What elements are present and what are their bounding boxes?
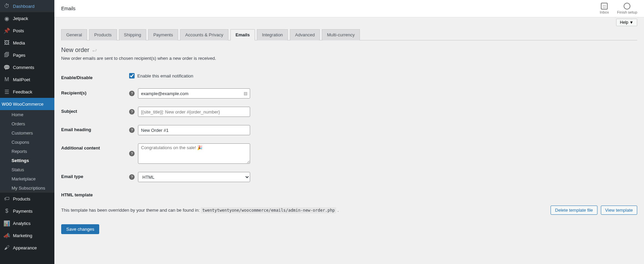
- submenu-item-orders[interactable]: Orders: [0, 119, 54, 128]
- help-tip-icon[interactable]: ?: [129, 174, 135, 180]
- sidebar-item-posts[interactable]: 📌Posts: [0, 24, 54, 37]
- sidebar-item-dashboard[interactable]: ⏱Dashboard: [0, 0, 54, 12]
- sidebar-item-label: MailPoet: [13, 77, 30, 82]
- email-type-select[interactable]: HTML: [138, 172, 250, 182]
- heading-label: Email heading: [61, 125, 129, 132]
- media-icon: 🖾: [3, 39, 10, 46]
- section-description: New order emails are sent to chosen reci…: [61, 56, 637, 61]
- tab-payments[interactable]: Payments: [148, 29, 178, 40]
- products-icon: 🏷: [3, 195, 10, 202]
- tab-multi-currency[interactable]: Multi-currency: [322, 29, 360, 40]
- additional-content-textarea[interactable]: [138, 143, 250, 164]
- inbox-icon: ◫: [601, 3, 608, 10]
- sidebar-item-label: Appearance: [13, 245, 37, 250]
- comments-icon: 💬: [3, 64, 10, 71]
- appearance-icon: 🖌: [3, 244, 10, 251]
- marketing-icon: 📣: [3, 232, 10, 239]
- sidebar-item-products[interactable]: 🏷Products: [0, 193, 54, 205]
- submenu-item-my-subscriptions[interactable]: My Subscriptions: [0, 183, 54, 193]
- sidebar-item-media[interactable]: 🖾Media: [0, 37, 54, 49]
- sidebar-item-marketing[interactable]: 📣Marketing: [0, 229, 54, 242]
- posts-icon: 📌: [3, 27, 10, 34]
- sidebar-item-label: Feedback: [13, 89, 32, 94]
- finish-setup-button[interactable]: Finish setup: [617, 3, 637, 14]
- delete-template-button[interactable]: Delete template file: [551, 206, 597, 215]
- enable-checkbox-label: Enable this email notification: [137, 73, 193, 78]
- sidebar-item-pages[interactable]: 🗐Pages: [0, 49, 54, 61]
- tab-general[interactable]: General: [61, 29, 87, 40]
- help-tip-icon[interactable]: ?: [129, 91, 135, 96]
- template-override-text: This template has been overridden by you…: [61, 208, 339, 213]
- subject-input[interactable]: [138, 107, 250, 117]
- additional-label: Additional content: [61, 143, 129, 151]
- heading-input[interactable]: [138, 125, 250, 135]
- admin-sidebar: ⏱Dashboard◉Jetpack📌Posts🖾Media🗐Pages💬Com…: [0, 0, 54, 264]
- settings-tabs: GeneralProductsShippingPaymentsAccounts …: [61, 29, 637, 40]
- sidebar-item-payments[interactable]: $Payments: [0, 205, 54, 217]
- back-icon[interactable]: ⮐: [92, 48, 97, 53]
- dashboard-icon: ⏱: [3, 3, 10, 10]
- sidebar-item-jetpack[interactable]: ◉Jetpack: [0, 12, 54, 24]
- save-button[interactable]: Save changes: [61, 224, 99, 234]
- template-path: twentytwentyone/woocommerce/emails/admin…: [201, 207, 336, 213]
- sidebar-item-label: Jetpack: [13, 16, 28, 21]
- help-toggle[interactable]: Help ▼: [616, 19, 637, 26]
- sidebar-item-label: WooCommerce: [13, 102, 43, 107]
- enable-label: Enable/Disable: [61, 73, 129, 80]
- sidebar-item-appearance[interactable]: 🖌Appearance: [0, 242, 54, 254]
- submenu-item-settings[interactable]: Settings: [0, 156, 54, 165]
- mailpoet-icon: M: [3, 76, 10, 83]
- feedback-icon: ☰: [3, 88, 10, 95]
- sidebar-item-label: Pages: [13, 53, 25, 58]
- sidebar-item-label: Media: [13, 40, 25, 46]
- template-heading: HTML template: [61, 190, 129, 197]
- submenu-item-reports[interactable]: Reports: [0, 147, 54, 156]
- sidebar-item-analytics[interactable]: 📊Analytics: [0, 217, 54, 229]
- jetpack-icon: ◉: [3, 15, 10, 22]
- submenu-item-coupons[interactable]: Coupons: [0, 138, 54, 147]
- sidebar-item-comments[interactable]: 💬Comments: [0, 61, 54, 73]
- submenu-item-status[interactable]: Status: [0, 165, 54, 174]
- submenu-item-customers[interactable]: Customers: [0, 128, 54, 138]
- help-tip-icon[interactable]: ?: [129, 109, 135, 115]
- tab-products[interactable]: Products: [89, 29, 117, 40]
- sidebar-item-mailpoet[interactable]: MMailPoet: [0, 73, 54, 86]
- sidebar-item-feedback[interactable]: ☰Feedback: [0, 86, 54, 98]
- subject-label: Subject: [61, 107, 129, 114]
- analytics-icon: 📊: [3, 220, 10, 227]
- help-tip-icon[interactable]: ?: [129, 127, 135, 133]
- sidebar-item-label: Products: [13, 196, 30, 201]
- sidebar-item-label: Posts: [13, 28, 24, 33]
- tab-accounts-privacy[interactable]: Accounts & Privacy: [180, 29, 228, 40]
- submenu-item-home[interactable]: Home: [0, 110, 54, 119]
- woocommerce-submenu: HomeOrdersCustomersCouponsReportsSetting…: [0, 110, 54, 193]
- enable-checkbox[interactable]: [129, 73, 135, 78]
- page-title: Emails: [61, 6, 75, 11]
- pages-icon: 🗐: [3, 52, 10, 58]
- tab-emails[interactable]: Emails: [230, 29, 255, 40]
- recipient-input[interactable]: [138, 88, 250, 99]
- tab-shipping[interactable]: Shipping: [119, 29, 146, 40]
- sidebar-item-label: Marketing: [13, 233, 32, 238]
- inbox-button[interactable]: ◫ Inbox: [600, 3, 609, 14]
- setup-progress-icon: [624, 3, 630, 10]
- tab-advanced[interactable]: Advanced: [290, 29, 320, 40]
- recipient-label: Recipient(s): [61, 88, 129, 95]
- sidebar-item-woocommerce[interactable]: wooWooCommerce: [0, 98, 54, 110]
- email-type-label: Email type: [61, 172, 129, 179]
- woocommerce-icon: woo: [3, 101, 10, 107]
- sidebar-item-label: Analytics: [13, 221, 31, 226]
- sidebar-item-label: Dashboard: [13, 4, 35, 9]
- main-content: Emails ◫ Inbox Finish setup Help ▼ Gener…: [54, 0, 644, 264]
- payments-icon: $: [3, 208, 10, 214]
- sidebar-item-label: Comments: [13, 65, 34, 70]
- submenu-item-marketplace[interactable]: Marketplace: [0, 174, 54, 183]
- tab-integration[interactable]: Integration: [257, 29, 288, 40]
- contact-icon: ▤: [244, 91, 247, 96]
- view-template-button[interactable]: View template: [601, 206, 637, 215]
- section-title: New order ⮐: [61, 47, 637, 54]
- help-tip-icon[interactable]: ?: [129, 151, 135, 156]
- sidebar-item-label: Payments: [13, 209, 33, 214]
- topbar: Emails ◫ Inbox Finish setup: [54, 0, 644, 17]
